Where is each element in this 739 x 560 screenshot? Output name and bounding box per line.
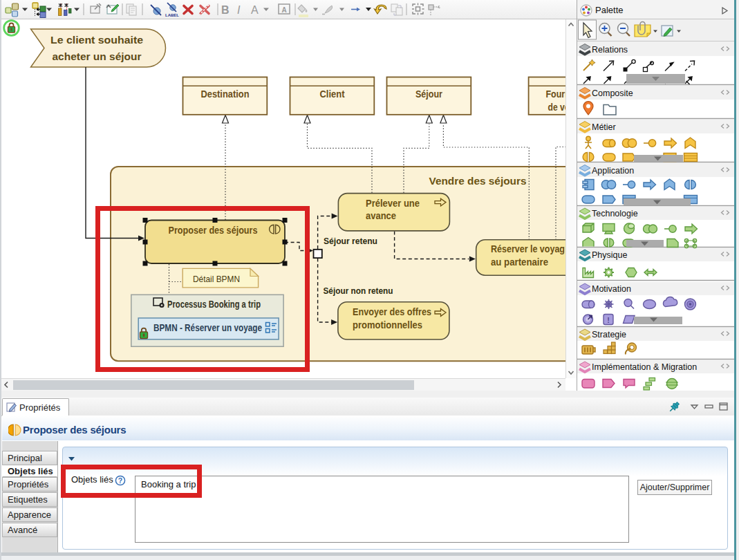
svg-text:Implémentation & Migration: Implémentation & Migration [592,362,697,372]
svg-text:Destination: Destination [201,88,250,100]
svg-text:Envoyer des offres: Envoyer des offres [353,306,431,317]
svg-text:Palette: Palette [595,5,623,15]
svg-text:I: I [237,4,241,16]
svg-text:Le client souhaite: Le client souhaite [50,34,143,46]
svg-text:Fournisseur: Fournisseur [546,88,566,100]
svg-text:Réserver le voyag: Réserver le voyag [491,243,565,254]
svg-text:Physique: Physique [592,250,627,260]
svg-text:acheter un séjour: acheter un séjour [53,50,142,62]
svg-text:!: ! [607,316,610,324]
svg-text:Technologie: Technologie [592,209,638,218]
svg-text:Relations: Relations [592,45,628,55]
svg-text:Prélever une: Prélever une [366,197,420,209]
svg-text:Séjour retenu: Séjour retenu [324,236,377,246]
svg-text:au partenaire: au partenaire [491,256,548,268]
svg-text:Vendre des séjours: Vendre des séjours [429,175,527,187]
svg-text:Séjour non retenu: Séjour non retenu [324,286,393,296]
svg-text:promotionnelles: promotionnelles [353,319,422,330]
svg-text:A: A [281,6,286,14]
svg-text:B: B [221,4,230,16]
svg-text:avance: avance [366,209,396,221]
svg-text:Application: Application [592,166,634,176]
svg-text:Strategie: Strategie [592,330,626,339]
svg-text:Métier: Métier [592,122,616,132]
svg-text:A: A [251,4,259,16]
svg-text:Client: Client [320,88,345,100]
svg-text:de voyages: de voyages [548,101,566,113]
svg-text:Motivation: Motivation [592,284,631,294]
svg-text:Séjour: Séjour [415,88,442,100]
svg-text:LABEL: LABEL [165,13,179,17]
svg-text:Composite: Composite [592,88,633,98]
